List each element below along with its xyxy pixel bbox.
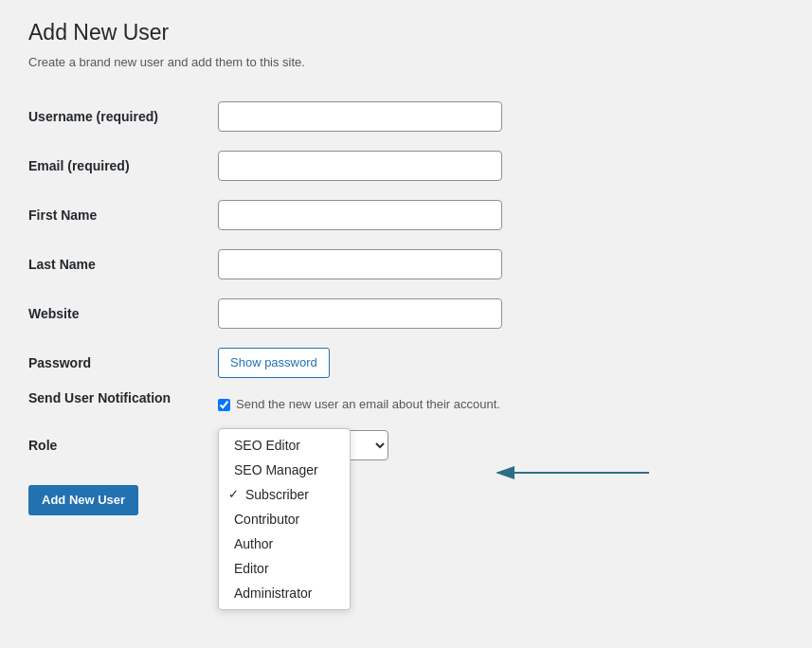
firstname-label: First Name (28, 207, 97, 223)
username-input[interactable] (218, 101, 502, 132)
dropdown-item[interactable]: Administrator (219, 581, 350, 605)
dropdown-item[interactable]: Contributor (219, 507, 350, 531)
arrow-annotation (355, 449, 659, 496)
email-input[interactable] (218, 151, 502, 181)
dropdown-item[interactable]: Author (219, 531, 350, 556)
notification-label: Send User Notification (28, 390, 171, 405)
notification-text: Send the new user an email about their a… (236, 397, 500, 411)
lastname-input[interactable] (218, 249, 502, 279)
dropdown-item[interactable]: SEO Editor (219, 433, 350, 458)
dropdown-item[interactable]: Subscriber (219, 482, 350, 507)
show-password-button[interactable]: Show password (218, 348, 330, 378)
notification-checkbox[interactable] (218, 399, 230, 411)
role-dropdown[interactable]: SEO EditorSEO ManagerSubscriberContribut… (218, 428, 351, 610)
lastname-label: Last Name (28, 257, 96, 272)
website-input[interactable] (218, 298, 502, 329)
username-label: Username (required) (28, 109, 158, 124)
page-title: Add New User (28, 19, 784, 47)
add-user-form: Username (required) Email (required) Fir… (28, 92, 784, 470)
email-label: Email (required) (28, 158, 130, 173)
page-subtitle: Create a brand new user and add them to … (28, 55, 784, 69)
add-new-user-button[interactable]: Add New User (28, 485, 138, 515)
website-label: Website (28, 306, 79, 321)
dropdown-item[interactable]: Editor (219, 556, 350, 581)
dropdown-item[interactable]: SEO Manager (219, 458, 350, 482)
firstname-input[interactable] (218, 200, 502, 230)
password-label: Password (28, 355, 91, 370)
role-label: Role (28, 438, 57, 453)
